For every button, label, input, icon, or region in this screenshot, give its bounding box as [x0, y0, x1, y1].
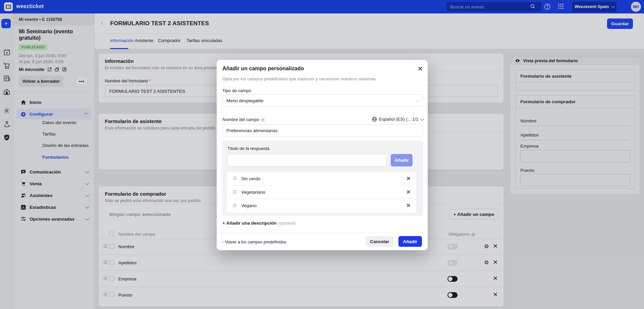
- add-description-link[interactable]: + Añadir una descripción (opcional): [222, 221, 296, 226]
- remove-option-icon[interactable]: ✕: [406, 202, 411, 209]
- close-icon[interactable]: ✕: [418, 65, 423, 73]
- cancel-button[interactable]: Cancelar: [366, 236, 393, 247]
- remove-option-icon[interactable]: ✕: [406, 189, 411, 196]
- chevron-down-icon: [420, 117, 424, 120]
- options-list: Sin cerdo ✕ Vegetariano ✕ Vegano ✕: [226, 171, 417, 213]
- option-row: Sin cerdo ✕: [227, 172, 416, 185]
- field-type-select[interactable]: Menú desplegable: [222, 94, 423, 107]
- answers-label: Título de la respuesta: [227, 146, 269, 151]
- language-value: Español (ES) (... 1/1: [379, 117, 418, 122]
- option-label: Vegano: [241, 203, 257, 208]
- type-label: Tipo de campo: [222, 88, 251, 93]
- add-option-button[interactable]: Añadir: [391, 154, 413, 166]
- modal-footer: ‹Volver a los campos predefinidos Cancel…: [217, 233, 428, 250]
- globe-icon: [372, 117, 377, 122]
- language-selector[interactable]: Español (ES) (... 1/1: [372, 117, 423, 122]
- modal-subtitle: Opta por los campos predefinidos que tra…: [222, 76, 377, 81]
- option-row: Vegano ✕: [227, 199, 416, 212]
- drag-handle-icon[interactable]: [233, 190, 237, 194]
- name-label: Nombre del campo ?: [222, 117, 265, 122]
- field-name-input[interactable]: [222, 124, 423, 137]
- back-to-predefined-link[interactable]: ‹Volver a los campos predefinidos: [222, 240, 287, 244]
- option-row: Vegetariano ✕: [227, 185, 416, 199]
- remove-option-icon[interactable]: ✕: [406, 175, 411, 182]
- optional-hint: (opcional): [278, 221, 296, 226]
- drag-handle-icon[interactable]: [233, 204, 237, 208]
- option-label: Vegetariano: [241, 190, 265, 195]
- modal-title: Añadir un campo personalizado: [222, 66, 304, 72]
- submit-button[interactable]: Añadir: [398, 236, 422, 247]
- option-label: Sin cerdo: [241, 176, 260, 181]
- answer-title-input[interactable]: [227, 154, 387, 166]
- drag-handle-icon[interactable]: [233, 177, 237, 181]
- add-custom-field-modal: Añadir un campo personalizado ✕ Opta por…: [217, 60, 428, 250]
- answers-box: Título de la respuesta Añadir Sin cerdo …: [222, 141, 423, 216]
- app-root: weezticket Weezevent Spain MO +: [0, 0, 644, 309]
- help-badge-icon[interactable]: ?: [260, 118, 265, 122]
